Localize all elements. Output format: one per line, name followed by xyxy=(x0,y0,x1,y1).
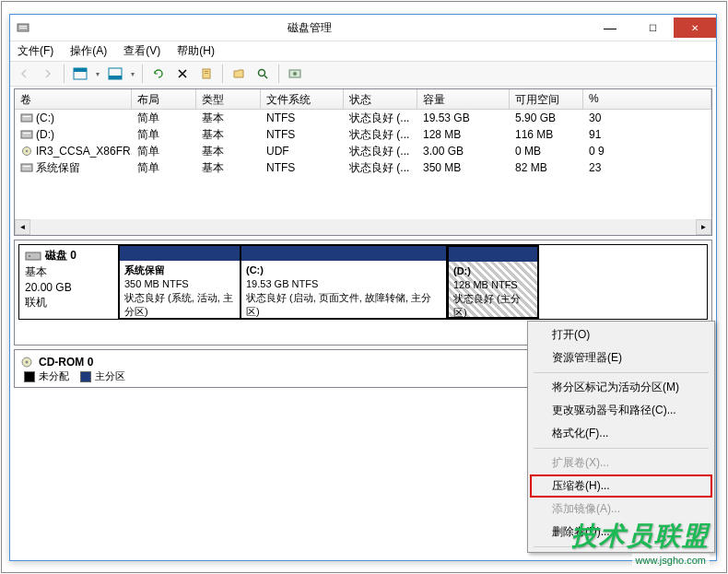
view-top-button[interactable] xyxy=(70,64,90,84)
cell-percent: 30 xyxy=(583,111,711,125)
partition-size: 350 MB NTFS xyxy=(124,277,235,291)
view-bottom-button[interactable] xyxy=(105,64,125,84)
table-row[interactable]: 系统保留简单基本NTFS状态良好 (...350 MB82 MB23 xyxy=(15,159,711,176)
cell-percent: 23 xyxy=(583,160,711,175)
view-bottom-dropdown[interactable]: ▾ xyxy=(129,64,136,84)
maximize-button[interactable]: ☐ xyxy=(631,18,674,38)
partition-size: 128 MB NTFS xyxy=(453,278,533,292)
cell-capacity: 19.53 GB xyxy=(417,111,510,125)
titlebar[interactable]: 磁盘管理 — ☐ ✕ xyxy=(10,15,716,41)
col-capacity[interactable]: 容量 xyxy=(417,89,510,109)
legend: 未分配 主分区 xyxy=(20,368,129,385)
partition-header xyxy=(241,246,446,261)
svg-rect-20 xyxy=(21,164,32,171)
ctx-explorer[interactable]: 资源管理器(E) xyxy=(530,346,712,369)
menu-view[interactable]: 查看(V) xyxy=(120,41,164,61)
svg-rect-22 xyxy=(26,252,41,260)
cell-capacity: 128 MB xyxy=(417,127,510,142)
cdrom-icon xyxy=(18,356,35,369)
ctx-mark-active[interactable]: 将分区标记为活动分区(M) xyxy=(530,376,712,399)
disk-info-panel[interactable]: 磁盘 0 基本 20.00 GB 联机 xyxy=(19,245,119,319)
refresh-button[interactable] xyxy=(148,64,169,84)
settings-button[interactable] xyxy=(285,64,305,84)
cell-free: 82 MB xyxy=(510,160,583,175)
forward-button[interactable] xyxy=(38,64,58,84)
col-layout[interactable]: 布局 xyxy=(132,89,196,109)
disk-type: 基本 xyxy=(25,264,112,280)
table-row[interactable]: (D:)简单基本NTFS状态良好 (...128 MB116 MB91 xyxy=(15,126,711,143)
minimize-button[interactable]: — xyxy=(589,18,631,38)
view-top-dropdown[interactable]: ▾ xyxy=(94,64,101,84)
cell-status: 状态良好 (... xyxy=(344,143,417,160)
ctx-add-mirror: 添加镜像(A)... xyxy=(530,498,712,521)
scroll-right-button[interactable]: ► xyxy=(696,219,711,235)
cell-status: 状态良好 (... xyxy=(344,159,417,177)
app-icon xyxy=(16,20,30,35)
cell-layout: 简单 xyxy=(132,110,196,127)
svg-rect-17 xyxy=(23,133,30,134)
horizontal-scrollbar[interactable]: ◄ ► xyxy=(15,219,711,235)
legend-unallocated-swatch xyxy=(24,371,35,382)
open-button[interactable] xyxy=(229,64,249,84)
cell-capacity: 3.00 GB xyxy=(417,144,510,158)
disk-size: 20.00 GB xyxy=(25,281,112,294)
partition[interactable]: 系统保留350 MB NTFS状态良好 (系统, 活动, 主分区) xyxy=(119,245,241,319)
col-status[interactable]: 状态 xyxy=(344,89,417,109)
cell-status: 状态良好 (... xyxy=(344,126,417,144)
cell-layout: 简单 xyxy=(132,159,196,177)
table-row[interactable]: IR3_CCSA_X86FR...简单基本UDF状态良好 (...3.00 GB… xyxy=(15,143,711,159)
partition-name: 系统保留 xyxy=(124,264,235,277)
svg-rect-15 xyxy=(23,116,30,117)
col-percent[interactable]: % xyxy=(583,89,711,109)
col-filesystem[interactable]: 文件系统 xyxy=(261,89,344,109)
cell-type: 基本 xyxy=(196,143,261,160)
find-button[interactable] xyxy=(252,64,273,84)
ctx-format[interactable]: 格式化(F)... xyxy=(530,422,712,445)
menu-help[interactable]: 帮助(H) xyxy=(173,41,218,61)
disk-row: 磁盘 0 基本 20.00 GB 联机 系统保留350 MB NTFS状态良好 … xyxy=(18,244,708,320)
partition-size: 19.53 GB NTFS xyxy=(246,277,441,291)
ctx-change-drive[interactable]: 更改驱动器号和路径(C)... xyxy=(530,399,712,422)
volume-list[interactable]: 卷 布局 类型 文件系统 状态 容量 可用空间 % (C:)简单基本NTFS状态… xyxy=(14,88,712,236)
partition-status: 状态良好 (系统, 活动, 主分区) xyxy=(124,291,235,319)
legend-primary-swatch xyxy=(80,371,91,382)
cell-capacity: 350 MB xyxy=(417,160,510,175)
menu-action[interactable]: 操作(A) xyxy=(66,41,111,61)
cell-type: 基本 xyxy=(196,159,261,177)
menu-file[interactable]: 文件(F) xyxy=(14,41,57,61)
partition-name: (C:) xyxy=(246,264,441,277)
ctx-shrink[interactable]: 压缩卷(H)... xyxy=(530,474,712,498)
drive-icon xyxy=(20,112,33,123)
ctx-open[interactable]: 打开(O) xyxy=(530,323,712,346)
partition[interactable]: (C:)19.53 GB NTFS状态良好 (启动, 页面文件, 故障转储, 主… xyxy=(241,245,447,319)
ctx-extend: 扩展卷(X)... xyxy=(530,451,712,474)
legend-primary: 主分区 xyxy=(95,369,125,383)
col-type[interactable]: 类型 xyxy=(196,89,261,109)
watermark-text: 技术员联盟 xyxy=(571,519,710,554)
cell-filesystem: NTFS xyxy=(261,111,344,125)
svg-rect-2 xyxy=(19,28,27,29)
back-button[interactable] xyxy=(14,64,34,84)
watermark: 技术员联盟 www.jsgho.com xyxy=(571,519,710,567)
partition[interactable]: (D:)128 MB NTFS状态良好 (主分区) xyxy=(447,245,539,319)
svg-rect-16 xyxy=(21,131,32,138)
partition-status: 状态良好 (启动, 页面文件, 故障转储, 主分区) xyxy=(246,291,441,319)
close-button[interactable]: ✕ xyxy=(674,18,716,38)
cell-type: 基本 xyxy=(196,126,261,144)
svg-point-25 xyxy=(26,361,29,364)
disk-icon xyxy=(25,250,41,263)
svg-point-10 xyxy=(259,70,265,76)
svg-rect-8 xyxy=(205,71,208,72)
svg-rect-6 xyxy=(109,76,122,79)
scroll-left-button[interactable]: ◄ xyxy=(15,219,30,235)
svg-rect-4 xyxy=(74,68,87,72)
col-volume[interactable]: 卷 xyxy=(15,89,132,109)
col-freespace[interactable]: 可用空间 xyxy=(510,89,583,109)
svg-rect-9 xyxy=(205,73,208,74)
table-row[interactable]: (C:)简单基本NTFS状态良好 (...19.53 GB5.90 GB30 xyxy=(15,110,711,126)
delete-button[interactable] xyxy=(172,64,193,84)
svg-rect-1 xyxy=(19,26,27,27)
toolbar: ▾ ▾ xyxy=(10,61,716,87)
properties-button[interactable] xyxy=(196,64,217,84)
cdrom-label: CD-ROM 0 xyxy=(39,356,93,369)
